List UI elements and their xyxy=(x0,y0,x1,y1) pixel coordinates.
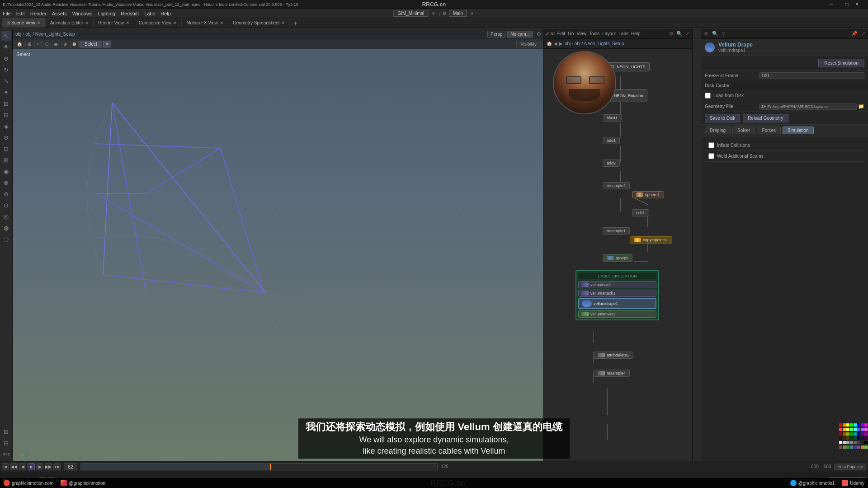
ne-forward-icon[interactable]: ▶ xyxy=(559,41,563,46)
reset-simulation-btn[interactable]: Reset Simulation xyxy=(818,59,864,67)
viewport-nocam[interactable]: No cam... xyxy=(507,31,533,38)
ne-menu-view[interactable]: View xyxy=(576,31,586,36)
menu-windows[interactable]: Windows xyxy=(72,11,93,16)
tl-skip-start[interactable]: ⏮ xyxy=(2,463,9,470)
node-add1[interactable]: add1 xyxy=(603,137,620,144)
node-editor[interactable]: Add Edit Go View Tools Layout Labs Help … xyxy=(543,29,693,461)
cable-simulation-group[interactable]: CABLE SIMULATION vellumhair1 vellumattac… xyxy=(576,270,659,320)
tl-prev-frame[interactable]: ◀ xyxy=(19,463,26,470)
tool10[interactable]: ⊡ xyxy=(1,144,11,154)
load-from-disk-checkbox[interactable] xyxy=(705,93,711,99)
node-resample1[interactable]: resample1 xyxy=(603,227,630,235)
vp-tool3[interactable]: ○ xyxy=(34,41,42,47)
tool8[interactable]: ◈ xyxy=(1,121,11,131)
menu-file[interactable]: File xyxy=(3,11,11,16)
color-palette[interactable] xyxy=(839,423,865,450)
tool16[interactable]: ◎ xyxy=(1,211,11,221)
weld-seams-checkbox[interactable] xyxy=(708,153,714,159)
node-resample4[interactable]: resample4 xyxy=(594,370,630,377)
social-instagram[interactable]: @graphicinmotion xyxy=(61,480,105,486)
viewport-maximize-icon[interactable]: ⤢ xyxy=(545,31,549,37)
tl-frame-display[interactable]: 62 xyxy=(64,463,77,470)
node-blast1[interactable]: blast1 xyxy=(603,114,622,122)
node-sphere1[interactable]: sphere1 xyxy=(632,191,664,198)
tool12[interactable]: ◉ xyxy=(1,166,11,176)
vp-tool1[interactable]: 🏠 xyxy=(14,41,24,47)
tl-skip-end[interactable]: ⏭ xyxy=(53,463,61,470)
tool7[interactable]: ⊟ xyxy=(1,110,11,120)
ne-settings-icon[interactable]: ⚙ xyxy=(669,31,674,37)
tab-scene-view[interactable]: ⊞ Scene View ✕ xyxy=(2,18,46,28)
tool13[interactable]: ⊗ xyxy=(1,178,11,188)
tab-composite-view[interactable]: Composite View ✕ xyxy=(134,18,182,28)
tool5[interactable]: ✦ xyxy=(1,87,11,97)
vp-tool4[interactable]: ⬡ xyxy=(42,41,51,47)
prop-search-icon[interactable]: 🔍 xyxy=(712,31,718,37)
node-edit1[interactable]: edit1 xyxy=(632,209,649,216)
tl-next-frame[interactable]: ▶ xyxy=(36,463,43,470)
workspace-preset[interactable]: GIM_Minimal xyxy=(393,10,428,17)
bottom-tool2[interactable]: ⊟ xyxy=(1,438,11,448)
viewport[interactable]: obj/ obj / Neon_Lights_Setup Persp No ca… xyxy=(13,29,552,461)
node-vellumsolver1[interactable]: vellumsolver1 xyxy=(578,310,656,318)
bottom-tool1[interactable]: ⊞ xyxy=(1,427,11,436)
ne-menu-go[interactable]: Go xyxy=(568,31,574,36)
tool9[interactable]: ⊛ xyxy=(1,132,11,142)
geometry-file-browse-icon[interactable]: 📁 xyxy=(858,103,864,109)
prop-maximize-icon[interactable]: ⤢ xyxy=(861,31,865,37)
ne-maximize-icon[interactable]: ⤢ xyxy=(685,31,689,37)
viewport-obj-path[interactable]: obj/ obj / Neon_Lights_Setup xyxy=(15,32,75,37)
ne-menu-layout[interactable]: Layout xyxy=(602,31,616,36)
social-twitter[interactable]: @graphicinmotio1 xyxy=(790,480,835,486)
tl-prev-key[interactable]: ◀◀ xyxy=(10,463,18,470)
vp-tool2[interactable]: ⊞ xyxy=(25,41,33,47)
node-copytopoints1[interactable]: copytopoints1 xyxy=(630,236,672,244)
reload-geometry-btn[interactable]: Reload Geometry xyxy=(743,114,788,122)
node-vellumdrape1[interactable]: vellumdrape1 xyxy=(578,298,656,309)
prop-settings-icon[interactable]: ⚙ xyxy=(704,31,708,37)
node-canvas[interactable]: OUT_NEON_LIGHTS NEON_Rotation blast1 add… xyxy=(544,49,692,461)
vp-tool7[interactable]: ⬣ xyxy=(70,41,79,47)
tab-geometry-spreadsheet[interactable]: Geometry Spreadsheet ✕ xyxy=(228,18,290,28)
menu-lighting[interactable]: Lighting xyxy=(98,11,115,16)
tab-solver[interactable]: Solver xyxy=(732,127,755,134)
tool15[interactable]: ⊙ xyxy=(1,200,11,210)
tab-draping[interactable]: Draping xyxy=(705,127,731,134)
menu-redshift[interactable]: Redshift xyxy=(121,11,139,16)
ne-menu-edit[interactable]: Edit xyxy=(557,31,565,36)
tool18[interactable]: ◌ xyxy=(1,234,11,244)
node-vellumattach1[interactable]: vellumattach1 xyxy=(578,290,656,297)
vp-select-tool[interactable]: Select xyxy=(80,41,102,47)
ne-menu-tools[interactable]: Tools xyxy=(589,31,599,36)
ne-menu-help[interactable]: Help xyxy=(631,31,641,36)
tool14[interactable]: ⊘ xyxy=(1,189,11,199)
ne-path[interactable]: obj / obj / Neon_Lights_Setup xyxy=(565,41,624,46)
tool6[interactable]: ⊞ xyxy=(1,99,11,108)
tl-play-btn[interactable]: ▶ xyxy=(28,463,35,470)
social-website[interactable]: graphicinmotion.com xyxy=(4,480,53,486)
node-vellumhair1[interactable]: vellumhair1 xyxy=(578,281,656,288)
prop-pin-icon[interactable]: 📌 xyxy=(851,31,858,37)
tab-simulation[interactable]: Simulation xyxy=(783,127,814,134)
inflate-collisions-checkbox[interactable] xyxy=(708,142,714,148)
tab-forces[interactable]: Forces xyxy=(757,127,781,134)
vp-visibility[interactable]: Visibility xyxy=(516,41,541,47)
close-btn[interactable]: ✕ xyxy=(855,1,859,7)
add-tab-btn[interactable]: + xyxy=(290,19,301,28)
menu-edit[interactable]: Edit xyxy=(16,11,25,16)
menu-help[interactable]: Help xyxy=(160,11,171,16)
ne-back-icon[interactable]: ◀ xyxy=(554,41,557,46)
tool17[interactable]: ◍ xyxy=(1,223,11,233)
node-group5[interactable]: group5 xyxy=(603,254,632,262)
tab-render-view[interactable]: Render View ✕ xyxy=(94,18,134,28)
tab-motion-fx[interactable]: Motion FX View ✕ xyxy=(182,18,228,28)
ne-search-icon[interactable]: 🔍 xyxy=(676,31,683,37)
freeze-at-frame-input[interactable]: 100 xyxy=(759,72,864,79)
menu-assets[interactable]: Assets xyxy=(52,11,67,16)
node-attribdelete1[interactable]: attribdelete1 xyxy=(594,352,633,359)
save-to-disk-btn[interactable]: Save to Disk xyxy=(705,114,740,122)
ne-home-icon[interactable]: 🏠 xyxy=(547,41,552,46)
viewport-settings-icon[interactable]: ⚙ xyxy=(537,31,541,37)
vp-select-dropdown[interactable]: ▼ xyxy=(103,41,111,47)
tool11[interactable]: ⊠ xyxy=(1,155,11,165)
